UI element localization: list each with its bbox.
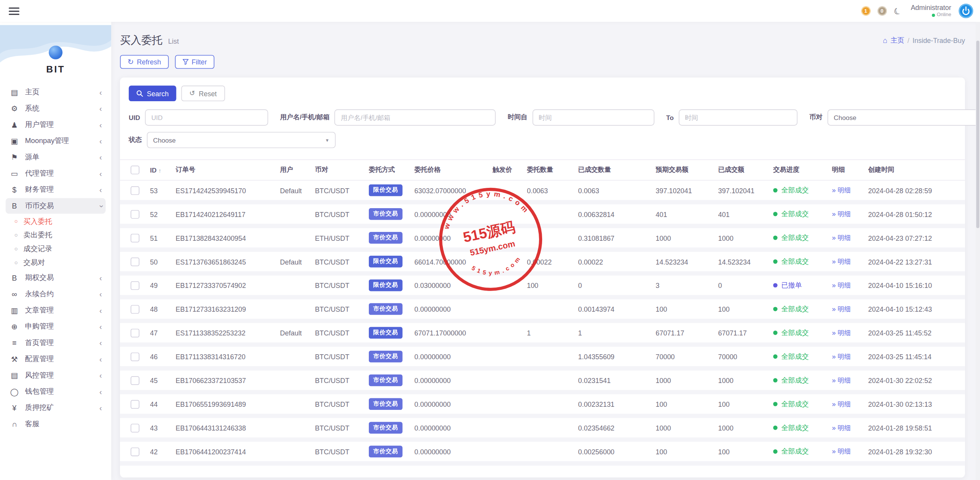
time-from-input[interactable] [533,109,654,125]
table-row: 49EB1712733370574902BTC/USDT限价交易0.030000… [120,276,965,299]
detail-link[interactable]: » 明细 [832,257,851,265]
detail-link[interactable]: » 明细 [832,447,851,455]
sidebar-item-spot-trade[interactable]: B币币交易‹ [6,198,106,214]
sidebar-item-articles[interactable]: ▥文章管理‹ [6,302,106,318]
column-header[interactable]: 预期交易额 [656,166,718,174]
silver-badge[interactable]: 0 [877,6,886,15]
detail-link[interactable]: » 明细 [832,329,851,336]
row-checkbox[interactable] [131,305,140,314]
double-chevron-icon: » [832,352,838,360]
column-header[interactable]: 已成交数量 [578,166,656,174]
dark-mode-icon[interactable]: ☾ [892,5,903,17]
column-header[interactable]: 交易进度 [773,166,832,174]
detail-link[interactable]: » 明细 [832,399,851,407]
row-checkbox[interactable] [131,186,140,195]
detail-link[interactable]: » 明细 [832,305,851,312]
scrollbar[interactable] [976,22,980,480]
sidebar-item-moonpay[interactable]: ▣Moonpay管理‹ [6,133,106,149]
detail-link[interactable]: » 明细 [832,210,851,217]
scrollbar-thumb[interactable] [976,41,979,228]
reset-button[interactable]: ↺ Reset [181,85,225,101]
row-checkbox[interactable] [131,376,140,385]
detail-link[interactable]: » 明细 [832,281,851,289]
column-header[interactable]: ID↑ [150,166,176,174]
sidebar-item-subscription[interactable]: ⊕申购管理‹ [6,319,106,334]
detail-link[interactable]: » 明细 [832,233,851,241]
sidebar-subitem-trading-pairs[interactable]: ○交易对 [6,256,106,270]
status-label: 全部成交 [781,186,809,195]
logo[interactable]: BIT [0,22,111,74]
column-header[interactable]: 委托方式 [369,166,414,174]
row-checkbox[interactable] [131,257,140,266]
cell-id: 48 [150,305,176,313]
sidebar-subitem-sell-orders[interactable]: ○卖出委托 [6,228,106,242]
column-header[interactable]: 触发价 [493,166,527,174]
sidebar-item-staking[interactable]: ¥质押挖矿‹ [6,400,106,416]
sidebar-item-homepage[interactable]: ≡首页管理‹ [6,335,106,351]
chevron-icon: ‹ [99,274,102,282]
sidebar-item-label: 首页管理 [25,338,99,347]
column-header[interactable]: 订单号 [176,166,280,174]
column-header[interactable]: 币对 [315,166,369,174]
filter-button[interactable]: Filter [175,55,214,69]
menu-toggle-icon[interactable] [9,5,20,16]
sidebar-item-system[interactable]: ⚙系统‹ [6,100,106,116]
breadcrumb-home[interactable]: 主页 [891,36,904,45]
refresh-button[interactable]: ↻ Refresh [120,55,168,69]
detail-link[interactable]: » 明细 [832,376,851,384]
sidebar-subitem-trade-records[interactable]: ○成交记录 [6,242,106,256]
cell-price: 0.00000000 [414,210,493,218]
sidebar-item-agents[interactable]: ▭代理管理‹ [6,166,106,181]
image-icon: ▣ [9,136,19,145]
double-chevron-icon: » [832,447,838,455]
sidebar-item-options-trade[interactable]: B期权交易‹ [6,270,106,286]
chevron-icon: ‹ [99,388,102,395]
cell-pair: BTC/USDT [315,424,369,432]
column-header[interactable]: 用户 [280,166,315,174]
uid-input[interactable] [145,109,268,125]
column-header[interactable]: 委托数量 [527,166,578,174]
avatar[interactable] [958,3,974,19]
row-checkbox[interactable] [131,447,140,456]
status-select[interactable]: Choose ▼ [147,132,335,148]
detail-link[interactable]: » 明细 [832,352,851,360]
column-header[interactable]: 明细 [832,166,868,174]
select-all-checkbox[interactable] [131,166,140,174]
column-header[interactable]: 已成交额 [718,166,773,174]
sidebar-item-label: 质押挖矿 [25,403,99,412]
sidebar-subitem-buy-orders[interactable]: ○买入委托 [6,214,106,228]
sidebar-item-finance[interactable]: $财务管理‹ [6,182,106,197]
row-checkbox[interactable] [131,210,140,219]
sidebar-item-label: 客服 [25,419,102,429]
cell-created: 2024-04-28 01:50:12 [868,210,965,218]
time-to-input[interactable] [679,109,797,125]
gold-badge[interactable]: 1 [861,6,870,15]
detail-link[interactable]: » 明细 [832,423,851,431]
sidebar-item-support[interactable]: ∩客服 [6,416,106,432]
cell-order-no: EB1714240212649117 [176,210,280,218]
status-dot-icon [773,212,777,216]
row-checkbox[interactable] [131,233,140,242]
sidebar-item-home[interactable]: ▤主页‹ [6,84,106,100]
sidebar-item-source-orders[interactable]: ⚑源单‹ [6,150,106,165]
sidebar-item-config[interactable]: ⚒配置管理‹ [6,351,106,367]
sidebar-item-perpetual[interactable]: ∞永续合约‹ [6,286,106,302]
reset-icon: ↺ [189,89,195,97]
row-checkbox[interactable] [131,352,140,361]
row-checkbox[interactable] [131,399,140,408]
user-input[interactable] [335,109,496,125]
sidebar-item-risk[interactable]: ▤风控管理‹ [6,367,106,383]
sidebar-item-users[interactable]: ♟用户管理‹ [6,117,106,133]
pair-select[interactable]: Choose ▼ [827,109,980,125]
detail-link[interactable]: » 明细 [832,186,851,194]
search-button[interactable]: Search [129,85,176,101]
column-header[interactable]: 创建时间 [868,166,965,174]
sidebar-item-wallet[interactable]: ◯钱包管理‹ [6,384,106,399]
row-checkbox[interactable] [131,423,140,432]
row-checkbox[interactable] [131,281,140,290]
column-header[interactable]: 委托价格 [414,166,493,174]
online-dot-icon [932,14,935,17]
user-label: 用户名/手机/邮箱 [280,113,329,122]
row-checkbox[interactable] [131,329,140,337]
double-chevron-icon: » [832,281,838,289]
